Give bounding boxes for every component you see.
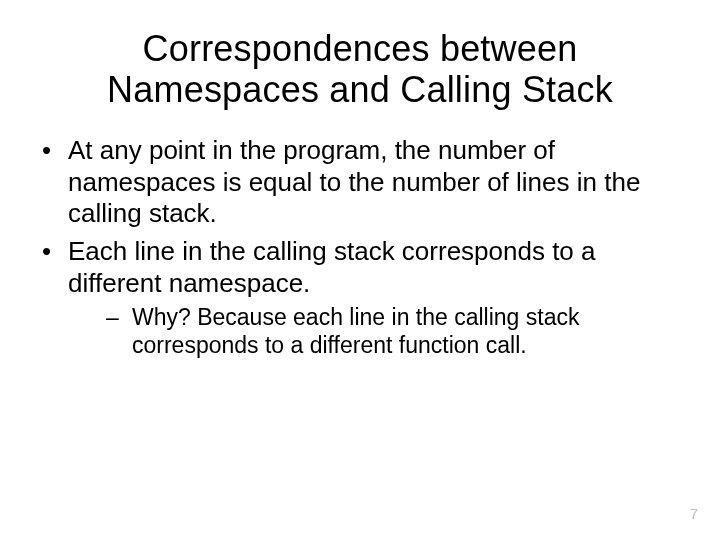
bullet-text-1: At any point in the program, the number … [68, 135, 640, 228]
slide: Correspondences between Namespaces and C… [0, 0, 720, 540]
bullet-item-2: Each line in the calling stack correspon… [36, 236, 684, 360]
title-line-2: Namespaces and Calling Stack [107, 69, 613, 110]
slide-title: Correspondences between Namespaces and C… [36, 28, 684, 111]
sub-bullet-text-1: Why? Because each line in the calling st… [132, 304, 579, 358]
bullet-item-1: At any point in the program, the number … [36, 135, 684, 230]
sub-bullet-item-1: Why? Because each line in the calling st… [68, 303, 684, 359]
bullet-list: At any point in the program, the number … [36, 135, 684, 360]
bullet-text-2: Each line in the calling stack correspon… [68, 236, 596, 298]
sub-bullet-list: Why? Because each line in the calling st… [68, 303, 684, 359]
page-number: 7 [690, 505, 698, 522]
title-line-1: Correspondences between [143, 28, 578, 69]
